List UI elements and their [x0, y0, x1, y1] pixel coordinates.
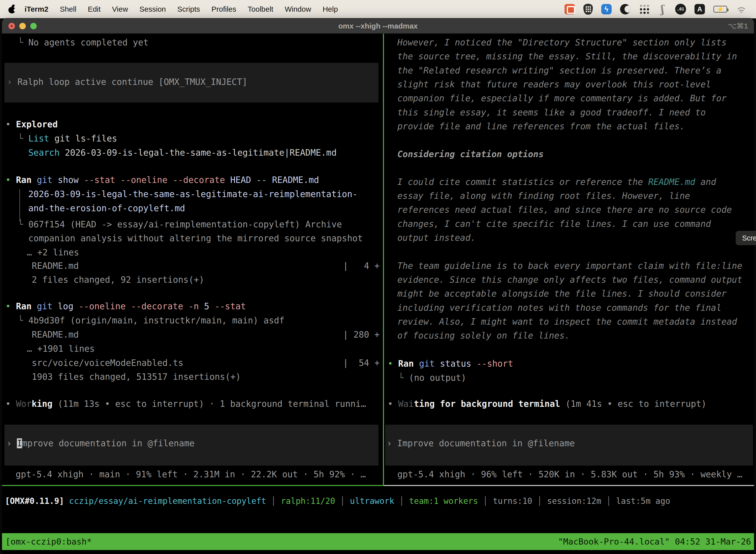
tree-guide-line: [19, 189, 20, 221]
terminal-line: └ 4b9d30f (origin/main, instructkr/main,…: [18, 314, 285, 327]
box-line: › Improve documentation in @filename: [6, 437, 195, 449]
terminal-line: including verification notes with those …: [397, 301, 721, 314]
menu-item-iterm2[interactable]: iTerm2: [19, 0, 54, 18]
tmux-status-bar: [omx-cczip0:bash* "MacBook-Pro-44.local"…: [2, 533, 754, 550]
text-segment: gpt-5.4 xhigh · main · 91% left · 2.31M …: [16, 469, 366, 479]
wifi-icon[interactable]: [736, 5, 747, 14]
text-segment: Ran: [16, 175, 37, 185]
text-segment: I could cite commit statistics or refere…: [397, 177, 648, 187]
text-segment: README.md: [648, 177, 695, 187]
crescent-icon[interactable]: [620, 4, 630, 14]
text-segment: └: [18, 316, 28, 325]
terminal-line: src/voice/voiceModeEnabled.ts| 54 +: [32, 357, 183, 369]
a-badge-icon[interactable]: A: [694, 4, 705, 14]
text-segment: session:12m: [547, 496, 602, 506]
text-segment: List: [28, 133, 49, 144]
menu-item-scripts[interactable]: Scripts: [172, 0, 206, 18]
text-segment: king: [32, 399, 52, 409]
menu-item-help[interactable]: Help: [317, 0, 344, 18]
menu-item-shell[interactable]: Shell: [54, 0, 82, 18]
text-segment: └: [18, 38, 28, 47]
text-segment: --stat: [214, 301, 246, 311]
text-segment: │: [532, 496, 547, 506]
chat-icon[interactable]: [565, 4, 575, 14]
tmux-session-window[interactable]: [omx-cczip0:bash*: [2, 537, 92, 547]
terminal-line: of focusing solely on file lines.: [397, 329, 570, 342]
text-segment: Improve documentation in @filename: [397, 438, 575, 448]
dots-grid-icon[interactable]: [639, 4, 650, 15]
text-segment: •: [388, 359, 398, 369]
text-segment: turns:10: [493, 496, 532, 506]
terminal-line: evidence. Since this change only affects…: [397, 274, 742, 286]
text-segment: 2026-03-09-is-legal-the-same-as-legitima…: [60, 148, 336, 158]
squiggle-icon[interactable]: ʃ: [658, 3, 667, 15]
text-segment: might be acceptable alongside the file l…: [397, 289, 727, 298]
text-segment: 2 files changed, 92 insertions(+): [32, 275, 204, 285]
window-title-bar[interactable]: omx --xhigh --madmax ⌥⌘1: [2, 18, 754, 34]
text-segment: references need actual files, and since …: [397, 205, 732, 215]
text-segment: •: [5, 399, 16, 409]
menu-bar-status-icons: ϟʃ..61A⚡: [565, 3, 756, 15]
model-status: gpt-5.4 xhigh · 96% left · 520K in · 5.8…: [397, 468, 742, 481]
text-segment: •: [5, 119, 16, 129]
text-segment: slight risk that future readers may over…: [397, 79, 711, 89]
window-title: omx --xhigh --madmax: [2, 18, 754, 34]
text-segment: README.md: [32, 330, 79, 340]
screen-overlay-tooltip[interactable]: Scre: [736, 231, 756, 245]
text-segment: └: [18, 219, 28, 229]
menu-item-toolbelt[interactable]: Toolbelt: [242, 0, 279, 18]
terminal-line: • Explored: [5, 118, 58, 130]
text-segment: Wor: [16, 399, 32, 409]
text-segment: status: [440, 359, 477, 369]
text-segment: ›: [6, 438, 17, 448]
terminal-line: the "Related research writing" section i…: [397, 64, 721, 77]
text-segment: 067f154 (HEAD -> essay/ai-reimplementati…: [28, 219, 342, 229]
terminal-line: review. Also, I might want to inspect th…: [397, 316, 737, 328]
text-segment: 1903 files changed, 513517 insertions(+): [32, 372, 241, 382]
text-segment: --short: [477, 359, 513, 369]
working-status: • Working (11m 13s • esc to interrupt) ·…: [5, 398, 366, 410]
text-segment: Ran: [16, 301, 37, 311]
terminal-line: changes, I can't cite specific file line…: [397, 218, 711, 230]
text-segment: 4b9d30f (origin/main, instructkr/main, m…: [28, 316, 285, 325]
box-line: › Ralph loop active continue [OMX_TMUX_I…: [7, 76, 247, 88]
prompt-input[interactable]: › Improve documentation in @filename: [4, 425, 378, 466]
menu-item-window[interactable]: Window: [279, 0, 317, 18]
text-segment: The team guideline is to back every impo…: [397, 261, 742, 271]
text-segment: •: [5, 175, 16, 185]
terminal-line: output instead.: [397, 232, 476, 244]
terminal-line: might be acceptable alongside the file l…: [397, 287, 727, 300]
terminal-line: The team guideline is to back every impo…: [397, 260, 742, 272]
text-segment: └: [18, 133, 28, 144]
text-segment: However, I noticed the "Directory Struct…: [397, 38, 727, 47]
menu-item-view[interactable]: View: [107, 0, 134, 18]
prompt-input[interactable]: › Improve documentation in @filename: [385, 425, 753, 466]
text-segment: ›: [7, 77, 17, 87]
text-segment: README.md: [272, 175, 319, 185]
pane-divider[interactable]: [383, 34, 384, 486]
iterm2-window: omx --xhigh --madmax ⌥⌘1 └ No agents com…: [2, 18, 754, 554]
text-segment: git: [37, 175, 58, 185]
menu-item-profiles[interactable]: Profiles: [206, 0, 242, 18]
menu-item-session[interactable]: Session: [134, 0, 172, 18]
left-pane[interactable]: └ No agents completed yet› Ralph loop ac…: [2, 34, 383, 485]
badge-61-icon[interactable]: ..61: [675, 4, 686, 15]
text-segment: --oneline --decorate -n: [79, 301, 204, 311]
text-segment: 2026-03-09-is-legal-the-same-as-legitima…: [28, 189, 358, 199]
text-segment: Search: [28, 148, 60, 158]
right-pane[interactable]: However, I noticed the "Directory Struct…: [384, 34, 754, 485]
blue-bolt-icon[interactable]: ϟ: [601, 4, 612, 14]
text-segment: Ran: [398, 359, 419, 369]
text-segment: output instead.: [397, 233, 476, 243]
text-segment: mprove documentation in @filename: [22, 438, 194, 448]
apple-menu-icon[interactable]: [8, 5, 15, 13]
shield-icon[interactable]: [583, 4, 593, 15]
terminal-line: and-the-erosion-of-copyleft.md: [28, 202, 185, 214]
ralph-loop-banner: › Ralph loop active continue [OMX_TMUX_I…: [4, 63, 378, 103]
text-segment: … +2 lines: [27, 247, 79, 258]
menu-item-edit[interactable]: Edit: [82, 0, 107, 18]
battery-icon[interactable]: ⚡: [713, 6, 727, 13]
text-segment: | 54 +: [343, 357, 380, 369]
text-segment: README.md: [32, 261, 79, 271]
text-segment: team:1 workers: [409, 496, 478, 506]
